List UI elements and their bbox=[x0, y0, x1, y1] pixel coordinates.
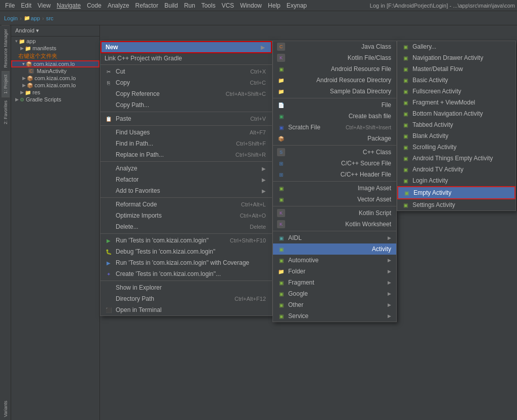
submenu-android-resource-dir[interactable]: 📁 Android Resource Directory bbox=[273, 75, 396, 86]
context-menu-replace-in-path[interactable]: Replace in Path... Ctrl+Shift+R bbox=[100, 149, 272, 160]
activity-scrolling[interactable]: ▣ Scrolling Activity bbox=[397, 142, 515, 153]
context-menu-show-explorer[interactable]: Show in Explorer bbox=[100, 282, 272, 293]
activity-tabbed[interactable]: ▣ Tabbed Activity bbox=[397, 119, 515, 130]
activity-android-things-empty[interactable]: ▣ Android Things Empty Activity bbox=[397, 153, 515, 164]
submenu-cpp-class[interactable]: S C++ Class bbox=[273, 147, 396, 158]
activity-login[interactable]: ▣ Login Activity bbox=[397, 175, 515, 186]
submenu-kotlin-script[interactable]: K Kotlin Script bbox=[273, 207, 396, 219]
context-menu-create-tests[interactable]: ✦ Create 'Tests in 'com.kizai.com.login'… bbox=[100, 268, 272, 279]
menu-code[interactable]: Code bbox=[84, 1, 105, 10]
sidebar-tab-variants[interactable]: Variants bbox=[2, 398, 10, 420]
menu-analyze[interactable]: Analyze bbox=[105, 1, 132, 10]
activity-fragment-viewmodel[interactable]: ▣ Fragment + ViewModel bbox=[397, 97, 515, 108]
submenu-automotive[interactable]: ▣ Automotive ▶ bbox=[273, 255, 396, 266]
activity-basic[interactable]: ▣ Basic Activity bbox=[397, 75, 515, 86]
service-icon: ▣ bbox=[277, 312, 285, 320]
menu-navigate[interactable]: Navigate bbox=[54, 1, 84, 10]
context-menu-copy-path[interactable]: Copy Path... bbox=[100, 99, 272, 111]
context-menu-open-terminal[interactable]: ⬛ Open in Terminal bbox=[100, 304, 272, 316]
activity-master-detail[interactable]: ▣ Master/Detail Flow bbox=[397, 63, 515, 75]
context-menu-new[interactable]: New ▶ bbox=[100, 41, 272, 53]
menu-vcs[interactable]: VCS bbox=[219, 1, 237, 10]
context-menu-reformat[interactable]: Reformat Code Ctrl+Alt+L bbox=[100, 199, 272, 210]
sidebar-tab-project[interactable]: 1: Project bbox=[2, 71, 10, 97]
android-dropdown[interactable]: Android ▾ bbox=[15, 27, 39, 34]
submenu-cpp-header[interactable]: ⊞ C/C++ Header File bbox=[273, 169, 396, 180]
tree-item-gradle[interactable]: ▶ ⚙ Gradle Scripts bbox=[11, 96, 99, 103]
menu-edit[interactable]: Edit bbox=[18, 1, 35, 10]
submenu-kotlin-file[interactable]: K Kotlin File/Class bbox=[273, 52, 396, 63]
context-menu-favorites[interactable]: Add to Favorites ▶ bbox=[100, 185, 272, 196]
run-icon: ▶ bbox=[105, 236, 113, 244]
tree-item-package2[interactable]: ▶ 📦 com.kizai.com.lo bbox=[11, 75, 99, 82]
submenu-service[interactable]: ▣ Service ▶ bbox=[273, 310, 396, 322]
context-menu-find-in-path[interactable]: Find in Path... Ctrl+Shift+F bbox=[100, 138, 272, 149]
breadcrumb-login[interactable]: Login bbox=[4, 15, 18, 21]
submenu-kotlin-worksheet[interactable]: K Kotlin Worksheet bbox=[273, 219, 396, 230]
submenu-fragment[interactable]: ▣ Fragment ▶ bbox=[273, 277, 396, 288]
context-menu-copy[interactable]: ⎘ Copy Ctrl+C bbox=[100, 77, 272, 88]
context-menu-link-cpp[interactable]: Link C++ Project with Gradle bbox=[100, 53, 272, 63]
breadcrumb-src[interactable]: src bbox=[46, 15, 54, 21]
breadcrumb-app[interactable]: app bbox=[31, 15, 40, 21]
submenu-vector-asset[interactable]: ▣ Vector Asset bbox=[273, 194, 396, 205]
context-menu-analyze[interactable]: Analyze ▶ bbox=[100, 163, 272, 174]
activity-nav-drawer[interactable]: ▣ Navigation Drawer Activity bbox=[397, 52, 515, 63]
submenu-image-asset[interactable]: ▣ Image Asset bbox=[273, 183, 396, 194]
tree-item-app[interactable]: ▾ 📁 app bbox=[11, 38, 99, 45]
tree-item-mainactivity[interactable]: C MainActivity bbox=[11, 67, 99, 75]
context-menu-debug-tests[interactable]: 🐛 Debug 'Tests in 'com.kizai.com.login'' bbox=[100, 246, 272, 257]
menu-exynap[interactable]: Exynap bbox=[284, 1, 310, 10]
sidebar-tab-favorites[interactable]: 2: Favorites bbox=[2, 97, 10, 127]
context-menu-run-coverage[interactable]: ▶ Run 'Tests in 'com.kizai.com.login'' w… bbox=[100, 257, 272, 268]
activity-settings[interactable]: ▣ Settings Activity bbox=[397, 199, 515, 211]
tree-item-manifests[interactable]: ▶ 📁 manifests bbox=[11, 45, 99, 52]
context-menu-optimize[interactable]: Optimize Imports Ctrl+Alt+O bbox=[100, 210, 272, 221]
context-menu-cut[interactable]: ✂ Cut Ctrl+X bbox=[100, 66, 272, 77]
activity-bottom-nav[interactable]: ▣ Bottom Navigation Activity bbox=[397, 108, 515, 119]
replace-icon bbox=[105, 151, 113, 159]
menu-build[interactable]: Build bbox=[161, 1, 181, 10]
context-menu-delete[interactable]: Delete... Delete bbox=[100, 221, 272, 232]
menu-file[interactable]: File bbox=[2, 1, 18, 10]
submenu-android-resource-file[interactable]: ▣ Android Resource File bbox=[273, 63, 396, 75]
menu-window[interactable]: Window bbox=[237, 1, 265, 10]
menu-tools[interactable]: Tools bbox=[198, 1, 219, 10]
submenu-other[interactable]: ▣ Other ▶ bbox=[273, 299, 396, 310]
submenu-sample-data-dir[interactable]: 📁 Sample Data Directory bbox=[273, 86, 396, 97]
menu-separator-5 bbox=[100, 197, 272, 198]
context-menu-refactor[interactable]: Refactor ▶ bbox=[100, 174, 272, 185]
submenu-cpp-source[interactable]: ⊞ C/C++ Source File bbox=[273, 158, 396, 169]
tree-item-package-selected[interactable]: ▾ 📦 com.kizai.com.lo bbox=[11, 60, 99, 67]
tree-item-res[interactable]: ▶ 📁 res bbox=[11, 89, 99, 96]
context-menu-dir-path[interactable]: Directory Path Ctrl+Alt+F12 bbox=[100, 293, 272, 304]
menu-help[interactable]: Help bbox=[265, 1, 284, 10]
menu-run[interactable]: Run bbox=[181, 1, 198, 10]
fragment-vm-icon: ▣ bbox=[401, 98, 409, 107]
vector-asset-icon: ▣ bbox=[277, 195, 285, 203]
copy-path-icon bbox=[105, 101, 113, 109]
submenu-aidl[interactable]: ▣ AIDL ▶ bbox=[273, 232, 396, 243]
menu-refactor[interactable]: Refactor bbox=[132, 1, 161, 10]
context-menu-find-usages[interactable]: Find Usages Alt+F7 bbox=[100, 127, 272, 138]
submenu-scratch-file[interactable]: ▣ Scratch File Ctrl+Alt+Shift+Insert bbox=[273, 122, 396, 133]
file-tree: ▾ 📁 app ▶ 📁 manifests 右键这个文件夹 ▾ 📦 com.ki… bbox=[11, 37, 99, 420]
submenu-java-class[interactable]: C Java Class bbox=[273, 41, 396, 52]
sidebar-tab-resource-manager[interactable]: Resource Manager bbox=[2, 25, 10, 71]
submenu-folder[interactable]: 📁 Folder ▶ bbox=[273, 266, 396, 277]
context-menu-copy-reference[interactable]: Copy Reference Ctrl+Alt+Shift+C bbox=[100, 88, 272, 99]
menu-view[interactable]: View bbox=[35, 1, 54, 10]
activity-empty[interactable]: ▣ Empty Activity bbox=[397, 186, 515, 199]
submenu-package[interactable]: 📦 Package bbox=[273, 133, 396, 144]
activity-gallery[interactable]: ▣ Gallery... bbox=[397, 41, 515, 52]
context-menu-run-tests[interactable]: ▶ Run 'Tests in 'com.kizai.com.login'' C… bbox=[100, 235, 272, 246]
tree-item-package3[interactable]: ▶ 📦 com.kizai.com.lo bbox=[11, 82, 99, 89]
activity-android-tv[interactable]: ▣ Android TV Activity bbox=[397, 164, 515, 175]
activity-blank[interactable]: ▣ Blank Activity bbox=[397, 130, 515, 142]
context-menu-paste[interactable]: 📋 Paste Ctrl+V bbox=[100, 113, 272, 124]
submenu-google[interactable]: ▣ Google ▶ bbox=[273, 288, 396, 299]
submenu-file[interactable]: 📄 File bbox=[273, 99, 396, 111]
activity-fullscreen[interactable]: ▣ Fullscreen Activity bbox=[397, 86, 515, 97]
submenu-activity[interactable]: ▣ Activity bbox=[273, 243, 396, 255]
submenu-bash-file[interactable]: ▣ Create bash file bbox=[273, 111, 396, 122]
